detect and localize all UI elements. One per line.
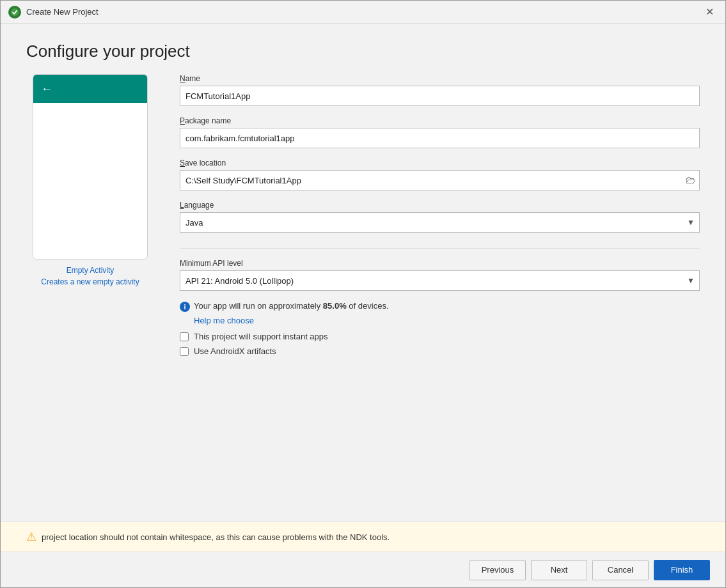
app-icon: [8, 6, 21, 19]
instant-apps-checkbox[interactable]: [180, 332, 189, 341]
help-link[interactable]: Help me choose: [194, 316, 700, 325]
name-field-group: Name: [180, 74, 700, 106]
language-field-group: Language Java Kotlin ▼: [180, 201, 700, 233]
right-panel: Name Package name Save location 🗁: [180, 74, 700, 522]
phone-body: [33, 103, 147, 259]
language-select-wrapper: Java Kotlin ▼: [180, 212, 700, 233]
back-arrow-icon: ←: [41, 82, 52, 96]
main-window: Create New Project ✕ Configure your proj…: [0, 0, 726, 588]
folder-icon[interactable]: 🗁: [686, 174, 696, 186]
instant-apps-checkbox-row: This project will support instant apps: [180, 332, 700, 341]
androidx-checkbox[interactable]: [180, 347, 189, 356]
androidx-checkbox-row: Use AndroidX artifacts: [180, 346, 700, 356]
name-label: Name: [180, 74, 700, 83]
save-location-label: Save location: [180, 159, 700, 167]
activity-name-label: Empty Activity: [67, 266, 114, 275]
instant-apps-label: This project will support instant apps: [194, 332, 328, 341]
divider: [180, 248, 700, 249]
phone-header: ←: [33, 75, 147, 103]
page-title: Configure your project: [1, 24, 725, 74]
language-select[interactable]: Java Kotlin: [180, 212, 700, 233]
warning-text: project location should not contain whit…: [42, 532, 390, 542]
package-field-group: Package name: [180, 116, 700, 148]
min-api-select[interactable]: API 21: Android 5.0 (Lollipop) API 22: A…: [180, 270, 700, 291]
api-info: i Your app will run on approximately 85.…: [180, 301, 700, 312]
phone-preview: ←: [33, 74, 148, 259]
language-label: Language: [180, 201, 700, 210]
min-api-label: Minimum API level: [180, 259, 700, 268]
finish-button[interactable]: Finish: [654, 560, 710, 580]
save-location-input[interactable]: [180, 170, 700, 190]
creates-label: Creates a new empty activity: [41, 277, 139, 286]
androidx-label: Use AndroidX artifacts: [194, 346, 276, 356]
warning-bar: ⚠ project location should not contain wh…: [1, 522, 725, 552]
title-bar: Create New Project ✕: [1, 1, 725, 24]
window-title: Create New Project: [26, 7, 701, 17]
content-area: ← Empty Activity Creates a new empty act…: [1, 74, 725, 522]
save-location-input-wrapper: 🗁: [180, 170, 700, 190]
warning-icon: ⚠: [26, 530, 36, 544]
svg-point-0: [11, 8, 19, 15]
min-api-select-wrapper: API 21: Android 5.0 (Lollipop) API 22: A…: [180, 270, 700, 291]
footer: Previous Next Cancel Finish: [1, 552, 725, 587]
info-icon: i: [180, 302, 190, 312]
main-content: Configure your project ← Empty Activity …: [1, 24, 725, 552]
save-location-field-group: Save location 🗁: [180, 159, 700, 190]
close-button[interactable]: ✕: [701, 4, 718, 20]
previous-button[interactable]: Previous: [470, 560, 526, 580]
cancel-button[interactable]: Cancel: [592, 560, 649, 580]
package-label: Package name: [180, 116, 700, 125]
left-panel: ← Empty Activity Creates a new empty act…: [26, 74, 154, 522]
package-input[interactable]: [180, 128, 700, 148]
min-api-field-group: Minimum API level API 21: Android 5.0 (L…: [180, 259, 700, 291]
name-input[interactable]: [180, 86, 700, 106]
next-button[interactable]: Next: [531, 560, 587, 580]
api-info-text: Your app will run on approximately 85.0%…: [194, 301, 700, 311]
